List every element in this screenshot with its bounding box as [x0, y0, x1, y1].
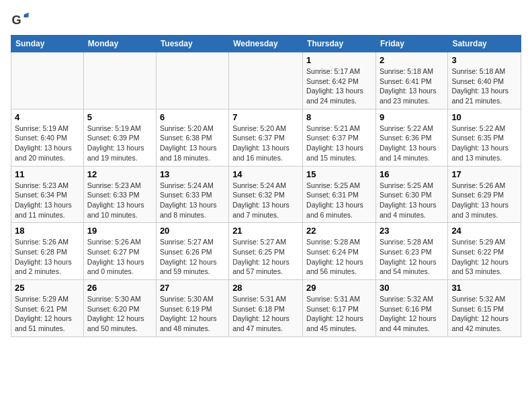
- calendar-cell: 30Sunrise: 5:32 AM Sunset: 6:16 PM Dayli…: [375, 280, 447, 337]
- day-info: Sunrise: 5:23 AM Sunset: 6:33 PM Dayligh…: [87, 181, 152, 220]
- calendar-cell: [83, 52, 156, 109]
- day-info: Sunrise: 5:17 AM Sunset: 6:42 PM Dayligh…: [306, 66, 372, 106]
- calendar-cell: 3Sunrise: 5:18 AM Sunset: 6:40 PM Daylig…: [448, 52, 521, 109]
- day-number: 25: [15, 283, 80, 293]
- day-number: 13: [160, 169, 225, 179]
- day-number: 26: [87, 283, 152, 293]
- day-info: Sunrise: 5:18 AM Sunset: 6:40 PM Dayligh…: [451, 66, 517, 106]
- day-number: 31: [451, 283, 517, 293]
- calendar-cell: 12Sunrise: 5:23 AM Sunset: 6:33 PM Dayli…: [83, 166, 156, 223]
- calendar-cell: 10Sunrise: 5:22 AM Sunset: 6:35 PM Dayli…: [448, 109, 521, 166]
- day-info: Sunrise: 5:22 AM Sunset: 6:35 PM Dayligh…: [451, 124, 517, 163]
- day-number: 12: [87, 169, 152, 179]
- calendar-cell: 27Sunrise: 5:30 AM Sunset: 6:19 PM Dayli…: [156, 280, 228, 337]
- logo-icon: G: [11, 11, 30, 30]
- day-number: 8: [306, 112, 372, 122]
- day-number: 16: [380, 169, 444, 179]
- day-info: Sunrise: 5:30 AM Sunset: 6:20 PM Dayligh…: [87, 294, 152, 334]
- calendar-cell: 7Sunrise: 5:20 AM Sunset: 6:37 PM Daylig…: [229, 109, 303, 166]
- calendar-cell: 17Sunrise: 5:26 AM Sunset: 6:29 PM Dayli…: [448, 166, 521, 223]
- day-number: 27: [160, 283, 225, 293]
- header-cell-wednesday: Wednesday: [229, 36, 303, 52]
- day-number: 28: [232, 283, 299, 293]
- day-info: Sunrise: 5:32 AM Sunset: 6:15 PM Dayligh…: [451, 294, 517, 334]
- day-number: 1: [306, 55, 372, 65]
- day-info: Sunrise: 5:32 AM Sunset: 6:16 PM Dayligh…: [380, 294, 444, 334]
- day-info: Sunrise: 5:31 AM Sunset: 6:17 PM Dayligh…: [306, 294, 372, 334]
- logo: G: [11, 11, 32, 30]
- calendar-cell: 5Sunrise: 5:19 AM Sunset: 6:39 PM Daylig…: [83, 109, 156, 166]
- calendar-cell: 28Sunrise: 5:31 AM Sunset: 6:18 PM Dayli…: [229, 280, 303, 337]
- calendar-cell: 14Sunrise: 5:24 AM Sunset: 6:32 PM Dayli…: [229, 166, 303, 223]
- day-number: 21: [232, 226, 299, 236]
- day-number: 24: [451, 226, 517, 236]
- day-number: 17: [451, 169, 517, 179]
- calendar-cell: 4Sunrise: 5:19 AM Sunset: 6:40 PM Daylig…: [11, 109, 84, 166]
- day-number: 7: [232, 112, 299, 122]
- calendar-cell: 13Sunrise: 5:24 AM Sunset: 6:33 PM Dayli…: [156, 166, 228, 223]
- day-info: Sunrise: 5:30 AM Sunset: 6:19 PM Dayligh…: [160, 294, 225, 334]
- calendar-cell: 15Sunrise: 5:25 AM Sunset: 6:31 PM Dayli…: [303, 166, 376, 223]
- day-info: Sunrise: 5:31 AM Sunset: 6:18 PM Dayligh…: [232, 294, 299, 334]
- day-number: 29: [306, 283, 372, 293]
- day-info: Sunrise: 5:19 AM Sunset: 6:40 PM Dayligh…: [15, 124, 80, 163]
- day-number: 4: [15, 112, 80, 122]
- week-row-1: 1Sunrise: 5:17 AM Sunset: 6:42 PM Daylig…: [11, 52, 521, 109]
- day-info: Sunrise: 5:18 AM Sunset: 6:41 PM Dayligh…: [380, 66, 444, 106]
- calendar-cell: 31Sunrise: 5:32 AM Sunset: 6:15 PM Dayli…: [448, 280, 521, 337]
- day-info: Sunrise: 5:25 AM Sunset: 6:30 PM Dayligh…: [380, 181, 444, 220]
- calendar-cell: 25Sunrise: 5:29 AM Sunset: 6:21 PM Dayli…: [11, 280, 84, 337]
- week-row-4: 18Sunrise: 5:26 AM Sunset: 6:28 PM Dayli…: [11, 223, 521, 280]
- day-info: Sunrise: 5:26 AM Sunset: 6:27 PM Dayligh…: [87, 237, 152, 277]
- day-info: Sunrise: 5:25 AM Sunset: 6:31 PM Dayligh…: [306, 181, 372, 220]
- day-number: 9: [380, 112, 444, 122]
- calendar-cell: 9Sunrise: 5:22 AM Sunset: 6:36 PM Daylig…: [375, 109, 447, 166]
- day-info: Sunrise: 5:27 AM Sunset: 6:25 PM Dayligh…: [232, 237, 299, 277]
- day-number: 30: [380, 283, 444, 293]
- week-row-5: 25Sunrise: 5:29 AM Sunset: 6:21 PM Dayli…: [11, 280, 521, 337]
- day-number: 5: [87, 112, 152, 122]
- calendar-cell: 2Sunrise: 5:18 AM Sunset: 6:41 PM Daylig…: [375, 52, 447, 109]
- day-number: 11: [15, 169, 80, 179]
- calendar-table: SundayMondayTuesdayWednesdayThursdayFrid…: [11, 35, 521, 337]
- day-number: 3: [451, 55, 517, 65]
- calendar-cell: 24Sunrise: 5:29 AM Sunset: 6:22 PM Dayli…: [448, 223, 521, 280]
- calendar-cell: 11Sunrise: 5:23 AM Sunset: 6:34 PM Dayli…: [11, 166, 84, 223]
- day-info: Sunrise: 5:20 AM Sunset: 6:38 PM Dayligh…: [160, 124, 225, 163]
- calendar-cell: 6Sunrise: 5:20 AM Sunset: 6:38 PM Daylig…: [156, 109, 228, 166]
- header-cell-sunday: Sunday: [11, 36, 84, 52]
- page-header: G: [11, 11, 521, 30]
- day-number: 23: [380, 226, 444, 236]
- day-info: Sunrise: 5:29 AM Sunset: 6:21 PM Dayligh…: [15, 294, 80, 334]
- day-info: Sunrise: 5:21 AM Sunset: 6:37 PM Dayligh…: [306, 124, 372, 163]
- day-info: Sunrise: 5:24 AM Sunset: 6:33 PM Dayligh…: [160, 181, 225, 220]
- week-row-3: 11Sunrise: 5:23 AM Sunset: 6:34 PM Dayli…: [11, 166, 521, 223]
- svg-text:G: G: [11, 13, 21, 27]
- day-info: Sunrise: 5:20 AM Sunset: 6:37 PM Dayligh…: [232, 124, 299, 163]
- day-info: Sunrise: 5:19 AM Sunset: 6:39 PM Dayligh…: [87, 124, 152, 163]
- day-info: Sunrise: 5:27 AM Sunset: 6:26 PM Dayligh…: [160, 237, 225, 277]
- header-cell-thursday: Thursday: [303, 36, 376, 52]
- calendar-cell: [229, 52, 303, 109]
- header-cell-monday: Monday: [83, 36, 156, 52]
- calendar-cell: 1Sunrise: 5:17 AM Sunset: 6:42 PM Daylig…: [303, 52, 376, 109]
- day-number: 10: [451, 112, 517, 122]
- header-cell-saturday: Saturday: [448, 36, 521, 52]
- calendar-cell: [11, 52, 84, 109]
- calendar-cell: 21Sunrise: 5:27 AM Sunset: 6:25 PM Dayli…: [229, 223, 303, 280]
- day-number: 22: [306, 226, 372, 236]
- day-info: Sunrise: 5:28 AM Sunset: 6:23 PM Dayligh…: [380, 237, 444, 277]
- calendar-cell: 26Sunrise: 5:30 AM Sunset: 6:20 PM Dayli…: [83, 280, 156, 337]
- day-number: 2: [380, 55, 444, 65]
- day-number: 14: [232, 169, 299, 179]
- day-number: 18: [15, 226, 80, 236]
- header-row: SundayMondayTuesdayWednesdayThursdayFrid…: [11, 36, 521, 52]
- day-info: Sunrise: 5:26 AM Sunset: 6:28 PM Dayligh…: [15, 237, 80, 277]
- calendar-cell: [156, 52, 228, 109]
- header-cell-tuesday: Tuesday: [156, 36, 228, 52]
- week-row-2: 4Sunrise: 5:19 AM Sunset: 6:40 PM Daylig…: [11, 109, 521, 166]
- calendar-cell: 8Sunrise: 5:21 AM Sunset: 6:37 PM Daylig…: [303, 109, 376, 166]
- day-info: Sunrise: 5:29 AM Sunset: 6:22 PM Dayligh…: [451, 237, 517, 277]
- calendar-cell: 22Sunrise: 5:28 AM Sunset: 6:24 PM Dayli…: [303, 223, 376, 280]
- day-info: Sunrise: 5:28 AM Sunset: 6:24 PM Dayligh…: [306, 237, 372, 277]
